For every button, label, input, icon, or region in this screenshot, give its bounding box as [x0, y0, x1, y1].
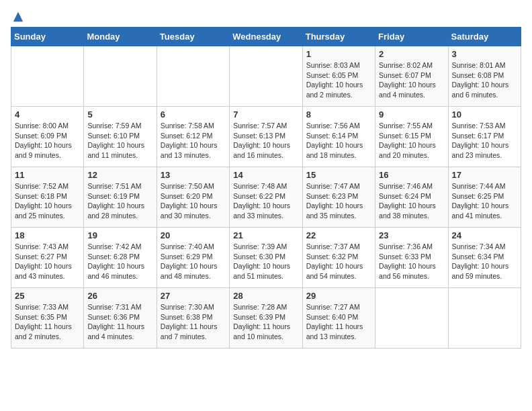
day-number: 11: [15, 170, 80, 180]
day-info: Sunrise: 7:30 AMSunset: 6:38 PMDaylight:…: [161, 302, 226, 342]
day-number: 28: [233, 291, 298, 301]
day-number: 15: [306, 170, 371, 180]
day-number: 27: [161, 291, 226, 301]
calendar-cell: [375, 288, 448, 349]
day-info: Sunrise: 8:02 AMSunset: 6:07 PMDaylight:…: [379, 60, 444, 100]
day-number: 5: [87, 109, 152, 120]
day-number: 13: [161, 170, 226, 180]
calendar-cell: 24Sunrise: 7:34 AMSunset: 6:34 PMDayligh…: [448, 228, 521, 288]
day-header-sunday: Sunday: [11, 28, 84, 46]
day-number: 19: [87, 230, 152, 240]
day-info: Sunrise: 7:33 AMSunset: 6:35 PMDaylight:…: [15, 302, 80, 342]
calendar-cell: 27Sunrise: 7:30 AMSunset: 6:38 PMDayligh…: [157, 288, 229, 349]
calendar-cell: [84, 46, 157, 107]
page-header: [11, 11, 521, 20]
day-number: 12: [87, 170, 152, 180]
day-header-wednesday: Wednesday: [230, 28, 302, 46]
day-info: Sunrise: 7:36 AMSunset: 6:33 PMDaylight:…: [379, 242, 444, 281]
day-number: 3: [452, 49, 517, 59]
day-info: Sunrise: 7:57 AMSunset: 6:13 PMDaylight:…: [233, 121, 298, 161]
day-number: 20: [161, 230, 226, 240]
day-info: Sunrise: 7:58 AMSunset: 6:12 PMDaylight:…: [161, 121, 226, 161]
calendar-cell: 3Sunrise: 8:01 AMSunset: 6:08 PMDaylight…: [448, 46, 521, 107]
calendar-week-row: 18Sunrise: 7:43 AMSunset: 6:27 PMDayligh…: [11, 228, 521, 288]
calendar-cell: 12Sunrise: 7:51 AMSunset: 6:19 PMDayligh…: [84, 167, 157, 228]
calendar-cell: 6Sunrise: 7:58 AMSunset: 6:12 PMDaylight…: [157, 107, 229, 167]
day-number: 24: [452, 230, 517, 240]
day-number: 22: [306, 230, 371, 240]
calendar-cell: 2Sunrise: 8:02 AMSunset: 6:07 PMDaylight…: [375, 46, 448, 107]
day-info: Sunrise: 7:46 AMSunset: 6:24 PMDaylight:…: [379, 181, 444, 221]
day-number: 21: [233, 230, 298, 240]
day-info: Sunrise: 7:51 AMSunset: 6:19 PMDaylight:…: [87, 181, 152, 221]
day-header-tuesday: Tuesday: [157, 28, 229, 46]
logo: [11, 11, 24, 20]
day-info: Sunrise: 8:01 AMSunset: 6:08 PMDaylight:…: [452, 60, 517, 100]
calendar-cell: [448, 288, 521, 349]
day-number: 17: [452, 170, 517, 180]
calendar-cell: 4Sunrise: 8:00 AMSunset: 6:09 PMDaylight…: [11, 107, 84, 167]
calendar-cell: 10Sunrise: 7:53 AMSunset: 6:17 PMDayligh…: [448, 107, 521, 167]
calendar-week-row: 25Sunrise: 7:33 AMSunset: 6:35 PMDayligh…: [11, 288, 521, 349]
calendar-cell: 28Sunrise: 7:28 AMSunset: 6:39 PMDayligh…: [230, 288, 302, 349]
day-info: Sunrise: 7:39 AMSunset: 6:30 PMDaylight:…: [233, 242, 298, 281]
calendar-cell: 18Sunrise: 7:43 AMSunset: 6:27 PMDayligh…: [11, 228, 84, 288]
day-number: 9: [379, 109, 444, 120]
calendar-cell: 19Sunrise: 7:42 AMSunset: 6:28 PMDayligh…: [84, 228, 157, 288]
calendar-table: SundayMondayTuesdayWednesdayThursdayFrid…: [11, 27, 521, 349]
calendar-header-row: SundayMondayTuesdayWednesdayThursdayFrid…: [11, 28, 521, 46]
day-info: Sunrise: 7:28 AMSunset: 6:39 PMDaylight:…: [233, 302, 298, 342]
calendar-week-row: 4Sunrise: 8:00 AMSunset: 6:09 PMDaylight…: [11, 107, 521, 167]
calendar-cell: 29Sunrise: 7:27 AMSunset: 6:40 PMDayligh…: [302, 288, 375, 349]
day-info: Sunrise: 7:43 AMSunset: 6:27 PMDaylight:…: [15, 242, 80, 281]
day-number: 8: [306, 109, 371, 120]
day-number: 1: [306, 49, 371, 59]
calendar-cell: [11, 46, 84, 107]
day-info: Sunrise: 7:34 AMSunset: 6:34 PMDaylight:…: [452, 242, 517, 281]
day-info: Sunrise: 7:56 AMSunset: 6:14 PMDaylight:…: [306, 121, 371, 161]
day-info: Sunrise: 7:48 AMSunset: 6:22 PMDaylight:…: [233, 181, 298, 221]
calendar-cell: 9Sunrise: 7:55 AMSunset: 6:15 PMDaylight…: [375, 107, 448, 167]
calendar-cell: 23Sunrise: 7:36 AMSunset: 6:33 PMDayligh…: [375, 228, 448, 288]
day-number: 4: [15, 109, 80, 120]
calendar-cell: 15Sunrise: 7:47 AMSunset: 6:23 PMDayligh…: [302, 167, 375, 228]
day-number: 10: [452, 109, 517, 120]
day-header-thursday: Thursday: [302, 28, 375, 46]
day-info: Sunrise: 7:27 AMSunset: 6:40 PMDaylight:…: [306, 302, 371, 342]
day-info: Sunrise: 7:59 AMSunset: 6:10 PMDaylight:…: [87, 121, 152, 161]
svg-marker-0: [13, 12, 23, 21]
day-info: Sunrise: 7:47 AMSunset: 6:23 PMDaylight:…: [306, 181, 371, 221]
calendar-cell: 13Sunrise: 7:50 AMSunset: 6:20 PMDayligh…: [157, 167, 229, 228]
calendar-cell: 1Sunrise: 8:03 AMSunset: 6:05 PMDaylight…: [302, 46, 375, 107]
day-number: 7: [233, 109, 298, 120]
day-info: Sunrise: 7:52 AMSunset: 6:18 PMDaylight:…: [15, 181, 80, 221]
day-info: Sunrise: 7:31 AMSunset: 6:36 PMDaylight:…: [87, 302, 152, 342]
day-info: Sunrise: 7:50 AMSunset: 6:20 PMDaylight:…: [161, 181, 226, 221]
day-info: Sunrise: 7:53 AMSunset: 6:17 PMDaylight:…: [452, 121, 517, 161]
calendar-cell: 5Sunrise: 7:59 AMSunset: 6:10 PMDaylight…: [84, 107, 157, 167]
calendar-cell: 22Sunrise: 7:37 AMSunset: 6:32 PMDayligh…: [302, 228, 375, 288]
day-info: Sunrise: 8:00 AMSunset: 6:09 PMDaylight:…: [15, 121, 80, 161]
calendar-cell: 8Sunrise: 7:56 AMSunset: 6:14 PMDaylight…: [302, 107, 375, 167]
calendar-cell: [230, 46, 302, 107]
day-info: Sunrise: 8:03 AMSunset: 6:05 PMDaylight:…: [306, 60, 371, 100]
calendar-week-row: 1Sunrise: 8:03 AMSunset: 6:05 PMDaylight…: [11, 46, 521, 107]
calendar-cell: 16Sunrise: 7:46 AMSunset: 6:24 PMDayligh…: [375, 167, 448, 228]
day-number: 2: [379, 49, 444, 59]
calendar-cell: 26Sunrise: 7:31 AMSunset: 6:36 PMDayligh…: [84, 288, 157, 349]
day-number: 18: [15, 230, 80, 240]
calendar-cell: [157, 46, 229, 107]
calendar-cell: 17Sunrise: 7:44 AMSunset: 6:25 PMDayligh…: [448, 167, 521, 228]
calendar-cell: 11Sunrise: 7:52 AMSunset: 6:18 PMDayligh…: [11, 167, 84, 228]
day-info: Sunrise: 7:40 AMSunset: 6:29 PMDaylight:…: [161, 242, 226, 281]
calendar-cell: 25Sunrise: 7:33 AMSunset: 6:35 PMDayligh…: [11, 288, 84, 349]
calendar-cell: 20Sunrise: 7:40 AMSunset: 6:29 PMDayligh…: [157, 228, 229, 288]
calendar-cell: 21Sunrise: 7:39 AMSunset: 6:30 PMDayligh…: [230, 228, 302, 288]
day-number: 23: [379, 230, 444, 240]
calendar-week-row: 11Sunrise: 7:52 AMSunset: 6:18 PMDayligh…: [11, 167, 521, 228]
day-number: 26: [87, 291, 152, 301]
day-number: 25: [15, 291, 80, 301]
day-info: Sunrise: 7:37 AMSunset: 6:32 PMDaylight:…: [306, 242, 371, 281]
day-info: Sunrise: 7:55 AMSunset: 6:15 PMDaylight:…: [379, 121, 444, 161]
day-info: Sunrise: 7:44 AMSunset: 6:25 PMDaylight:…: [452, 181, 517, 221]
